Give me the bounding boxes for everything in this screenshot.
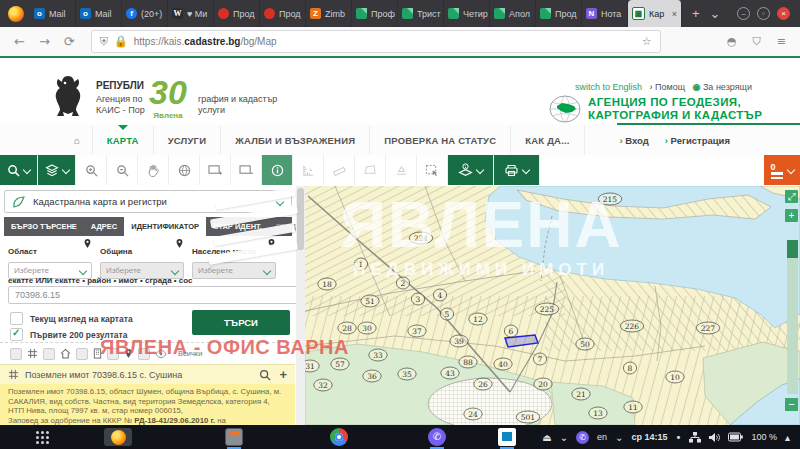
browser-tab[interactable]: W♥ Ми	[168, 0, 214, 27]
zoom-rectangle-in-button[interactable]	[200, 155, 231, 185]
cadastral-map[interactable]: 2152241182345511222528303739650226227338…	[305, 186, 800, 425]
taskbar-viber-icon[interactable]: ✆	[428, 428, 446, 446]
nav-item[interactable]: КАРТА	[92, 125, 153, 155]
clock[interactable]: ср 14:15	[632, 432, 668, 442]
nav-item[interactable]: ПРОВЕРКА НА СТАТУС	[369, 125, 510, 155]
map-zoom-in-button[interactable]: +	[785, 209, 798, 222]
maximize-button[interactable]: ▫	[757, 7, 770, 20]
screen: oMailoMailf(20+)W♥ МиПродПродZZimbПрофТр…	[0, 0, 800, 449]
url-input[interactable]: ⛨ 🔒 https://kais.cadastre.bg/bg/Map ☆	[91, 30, 661, 53]
first-200-checkbox[interactable]	[10, 328, 23, 341]
red-tab-icon	[264, 8, 275, 19]
browser-tab[interactable]: Прод	[214, 0, 260, 27]
collapse-arrow-icon[interactable]: ▴	[785, 432, 790, 443]
panel-scrollbar[interactable]	[296, 186, 305, 425]
ekatte-input[interactable]	[8, 286, 300, 304]
browser-tab[interactable]: ZZimb	[306, 0, 352, 27]
taskbar-chrome-icon[interactable]	[330, 428, 348, 446]
zoom-slider-track[interactable]	[787, 240, 798, 394]
close-button[interactable]: ×	[777, 7, 790, 20]
browser-tab[interactable]: NНота	[582, 0, 628, 27]
lang-chevron-icon[interactable]: ⌄	[615, 432, 623, 443]
browser-tab[interactable]: ▦Кар×	[628, 0, 682, 27]
reload-icon[interactable]: ⟳	[64, 34, 75, 49]
search-tab[interactable]: БЪРЗО ТЪРСЕНЕ	[4, 217, 84, 236]
filter-checkbox[interactable]	[10, 348, 22, 360]
library-icon[interactable]: ⛉	[753, 35, 761, 48]
field-select[interactable]: Изберете	[192, 262, 276, 279]
browser-tab[interactable]: f(20+)	[122, 0, 168, 27]
zoom-slider-thumb[interactable]	[787, 240, 798, 258]
lock-icon: 🔒	[114, 35, 128, 48]
search-button[interactable]: ТЪРСИ	[192, 310, 290, 335]
full-extent-globe-button[interactable]	[169, 155, 200, 185]
measure-tool-button[interactable]	[293, 155, 324, 185]
search-tool-button[interactable]	[0, 155, 38, 185]
menu-hamburger-icon[interactable]: ≡	[777, 35, 786, 48]
browser-tab[interactable]: Апол	[490, 0, 536, 27]
tab-close-icon[interactable]: ×	[672, 9, 677, 19]
search-tab[interactable]: ИДЕНТИФИКАТОР	[124, 217, 206, 236]
nav-item[interactable]: КАК ДА...	[510, 125, 584, 155]
tray-viber-icon[interactable]: ✆	[576, 431, 589, 444]
help-link[interactable]: Помощ	[655, 82, 685, 92]
layers-tool-button[interactable]	[38, 155, 76, 185]
browser-tab[interactable]: oMail	[30, 0, 76, 27]
documents-cart-button[interactable]: 0	[764, 155, 800, 185]
battery-icon[interactable]	[728, 432, 743, 442]
new-tab-button[interactable]: +	[692, 6, 700, 21]
fullscreen-button[interactable]: ⤢	[785, 190, 798, 203]
pan-hand-tool-button[interactable]	[138, 155, 169, 185]
tab-list-chevron-icon[interactable]: ⌄	[710, 6, 721, 21]
firefox-logo-icon[interactable]	[8, 6, 24, 22]
network-icon[interactable]	[689, 432, 701, 443]
export-tool-button[interactable]	[386, 155, 417, 185]
zoom-rectangle-out-button[interactable]	[231, 155, 262, 185]
browser-tab[interactable]: Трист	[398, 0, 444, 27]
agency-name: АГЕНЦИЯ ПО ГЕОДЕЗИЯ, КАРТОГРАФИЯ И КАДАС…	[588, 96, 762, 122]
filter-checkbox[interactable]	[76, 348, 88, 360]
browser-tab[interactable]: Проф	[352, 0, 398, 27]
taskbar-writer-icon[interactable]	[498, 428, 516, 446]
app-grid-icon[interactable]	[36, 431, 49, 444]
shield-icon[interactable]: ⛨	[100, 35, 108, 48]
tray-chevron-icon[interactable]: ⌄	[560, 432, 568, 443]
filter-checkbox[interactable]	[43, 348, 55, 360]
layer-info-button[interactable]	[448, 155, 494, 185]
login-link[interactable]: › Вход	[619, 135, 648, 146]
browser-tab[interactable]: Прод	[260, 0, 306, 27]
current-view-checkbox[interactable]	[10, 312, 23, 325]
taskbar-firefox-icon[interactable]	[104, 428, 132, 446]
map-zoom-out-button[interactable]: −	[785, 398, 798, 411]
browser-tab[interactable]: oMail	[76, 0, 122, 27]
back-icon[interactable]: ←	[14, 34, 25, 49]
search-tab[interactable]: АДРЕС	[84, 217, 124, 236]
nav-item[interactable]: УСЛУГИ	[153, 125, 221, 155]
identify-info-button[interactable]	[262, 155, 293, 185]
print-button[interactable]	[494, 155, 540, 185]
current-view-checkbox-row[interactable]: Текущ изглед на картата	[10, 312, 133, 325]
volume-icon[interactable]	[709, 432, 720, 443]
bookmark-star-icon[interactable]: ☆	[642, 35, 652, 48]
home-icon[interactable]: ⌂	[62, 135, 92, 146]
browser-tab[interactable]: Четир	[444, 0, 490, 27]
zoom-in-tool-button[interactable]	[76, 155, 107, 185]
result-add-icon[interactable]: +	[279, 367, 287, 382]
taskbar-files-icon[interactable]	[225, 428, 243, 446]
pocket-icon[interactable]: ◓	[727, 35, 737, 48]
area-polygon-tool-button[interactable]	[355, 155, 386, 185]
select-rectangle-button[interactable]	[417, 155, 448, 185]
accessibility-link[interactable]: За незрящи	[703, 82, 752, 92]
zoom-out-tool-button[interactable]	[107, 155, 138, 185]
eject-icon[interactable]: ⏏	[542, 432, 551, 443]
minimize-button[interactable]: –	[737, 7, 750, 20]
browser-tab[interactable]: Прод	[536, 0, 582, 27]
switch-to-english-link[interactable]: switch to English	[575, 82, 642, 92]
ruler-tool-button[interactable]	[324, 155, 355, 185]
nav-item[interactable]: ЖАЛБИ И ВЪЗРАЖЕНИЯ	[220, 125, 369, 155]
register-link[interactable]: › Регистрация	[665, 135, 730, 146]
result-row[interactable]: Поземлен имот 70398.6.15 с. Сушина +	[0, 364, 295, 384]
forward-icon[interactable]: →	[39, 34, 50, 49]
result-search-icon[interactable]	[259, 369, 271, 381]
keyboard-layout[interactable]: en	[597, 432, 607, 442]
